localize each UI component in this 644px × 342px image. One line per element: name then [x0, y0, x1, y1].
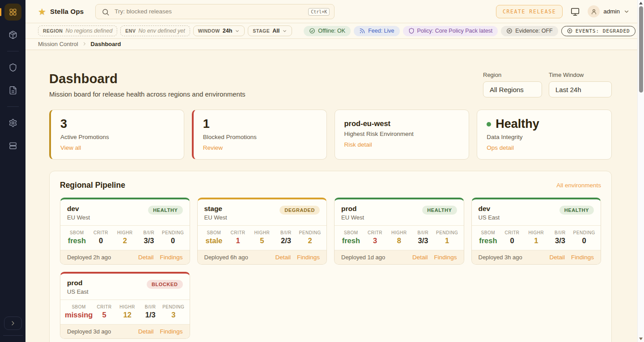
status-badge: BLOCKED: [147, 280, 183, 289]
sidebar-item-infrastructure[interactable]: [4, 137, 21, 154]
env-name: stage: [204, 205, 227, 213]
server-stack-icon: [8, 141, 17, 150]
sbom-value: fresh: [65, 236, 89, 245]
chevron-down-icon: [623, 8, 630, 15]
findings-link[interactable]: Findings: [160, 328, 182, 335]
user-menu[interactable]: admin: [588, 5, 630, 17]
critr-label: CRITR: [226, 230, 250, 235]
detail-link[interactable]: Detail: [138, 328, 154, 335]
critr-value: 0: [500, 236, 524, 245]
document-icon: [8, 86, 17, 95]
all-environments-link[interactable]: All environments: [556, 182, 601, 189]
pipeline-card-dev-us-east: dev US East HEALTHY SBOMfresh CRITR0 HIG…: [471, 198, 602, 265]
sidebar-item-documents[interactable]: [4, 82, 21, 99]
events-status-pill[interactable]: EVENTS: DEGRADED: [561, 26, 636, 36]
view-all-link[interactable]: View all: [60, 144, 81, 151]
global-search[interactable]: Ctrl+K: [95, 4, 335, 19]
pipeline-card-prod-us-east: prod US East BLOCKED SBOMmissing CRITR5 …: [60, 272, 190, 339]
health-dot-icon: [487, 122, 491, 127]
avatar: [588, 5, 600, 17]
offline-status-label: Offline: OK: [318, 28, 345, 34]
main-content: Dashboard Mission board for release heal…: [25, 50, 637, 342]
context-bar: REGION No regions defined ENV No env def…: [25, 23, 637, 39]
highr-label: HIGHR: [113, 230, 137, 235]
stage-filter-dropdown[interactable]: STAGE All: [248, 25, 292, 36]
create-release-button[interactable]: CREATE RELEASE: [496, 5, 563, 18]
breadcrumb-parent[interactable]: Mission Control: [38, 41, 78, 47]
critr-value: 3: [363, 236, 387, 245]
env-filter-label: ENV: [125, 28, 136, 34]
pending-value: 2: [298, 236, 322, 245]
sidebar-collapse-button[interactable]: [4, 317, 22, 330]
scrollbar-down-arrow[interactable]: [639, 338, 643, 340]
highr-label: HIGHR: [387, 230, 411, 235]
regional-pipeline-section: Regional Pipeline All environments dev E…: [49, 171, 612, 342]
region-filter-value: No regions defined: [65, 28, 112, 34]
risk-detail-link[interactable]: Risk detail: [344, 141, 372, 148]
chevron-right-icon: [82, 41, 87, 46]
region-filter-pill[interactable]: REGION No regions defined: [38, 25, 117, 36]
feed-status-pill[interactable]: Feed: Live: [354, 26, 399, 36]
findings-link[interactable]: Findings: [571, 254, 594, 261]
findings-link[interactable]: Findings: [297, 254, 320, 261]
monitor-icon[interactable]: [570, 7, 580, 17]
region-select[interactable]: All Regions: [483, 81, 542, 97]
sidebar-item-releases[interactable]: [4, 26, 21, 43]
highr-label: HIGHR: [116, 304, 139, 309]
gear-icon: [8, 118, 17, 127]
bir-label: B/I/R: [548, 230, 572, 235]
detail-link[interactable]: Detail: [412, 254, 428, 261]
deployed-ago: Deployed 2h ago: [67, 254, 111, 261]
scrollbar-thumb[interactable]: [639, 6, 643, 93]
evidence-status-pill[interactable]: Evidence: OFF: [501, 26, 558, 36]
pending-label: PENDING: [161, 230, 185, 235]
page-scrollbar[interactable]: [637, 0, 644, 342]
time-window-select-value: Last 24h: [555, 86, 581, 93]
highr-label: HIGHR: [250, 230, 274, 235]
detail-link[interactable]: Detail: [549, 254, 565, 261]
page-title: Dashboard: [49, 72, 246, 86]
chevron-down-icon: [282, 29, 287, 34]
blocked-promotions-value: 1: [203, 118, 317, 131]
app-name: Stella Ops: [50, 8, 84, 15]
sbom-value: missing: [65, 311, 93, 319]
scrollbar-up-arrow[interactable]: [639, 2, 643, 4]
sidebar-item-security[interactable]: [4, 59, 21, 76]
highest-risk-value: prod-eu-west: [344, 119, 460, 128]
pending-value: 0: [572, 236, 596, 245]
pipeline-card-prod-eu-west: prod EU West HEALTHY SBOMfresh CRITR3 HI…: [334, 198, 464, 265]
bir-label: B/I/R: [274, 230, 298, 235]
time-window-select[interactable]: Last 24h: [549, 81, 612, 97]
blocked-promotions-card: 1 Blocked Promotions Review: [192, 110, 327, 160]
regional-pipeline-title: Regional Pipeline: [60, 181, 125, 190]
target-dot-icon: [567, 28, 573, 34]
review-link[interactable]: Review: [203, 144, 223, 151]
sidebar-item-settings[interactable]: [4, 114, 21, 131]
ops-detail-link[interactable]: Ops detail: [487, 144, 514, 151]
findings-link[interactable]: Findings: [434, 254, 457, 261]
sidebar-item-dashboard[interactable]: [4, 4, 21, 21]
pending-value: 3: [162, 311, 185, 319]
sidebar: [0, 0, 25, 342]
policy-status-pill[interactable]: Policy: Core Policy Pack latest: [403, 26, 498, 36]
env-filter-pill[interactable]: ENV No env defined yet: [120, 25, 190, 36]
critr-value: 5: [93, 311, 116, 319]
data-integrity-label: Data Integrity: [487, 134, 602, 140]
highr-value: 12: [116, 311, 139, 319]
detail-link[interactable]: Detail: [275, 254, 291, 261]
breadcrumb-current: Dashboard: [91, 41, 121, 47]
env-region: US East: [67, 288, 89, 295]
detail-link[interactable]: Detail: [138, 254, 154, 261]
findings-link[interactable]: Findings: [160, 254, 182, 261]
pending-label: PENDING: [162, 304, 185, 309]
app-logo[interactable]: ★ Stella Ops: [38, 7, 84, 16]
window-filter-dropdown[interactable]: WINDOW 24h: [193, 25, 245, 36]
time-window-select-label: Time Window: [549, 72, 612, 78]
deployed-ago: Deployed 6h ago: [204, 254, 248, 261]
offline-status-pill[interactable]: Offline: OK: [304, 26, 351, 36]
search-input[interactable]: [96, 4, 334, 19]
shield-icon: [8, 63, 17, 72]
feed-status-label: Feed: Live: [368, 28, 394, 34]
status-badge: HEALTHY: [148, 206, 182, 215]
sbom-value: fresh: [476, 236, 500, 245]
